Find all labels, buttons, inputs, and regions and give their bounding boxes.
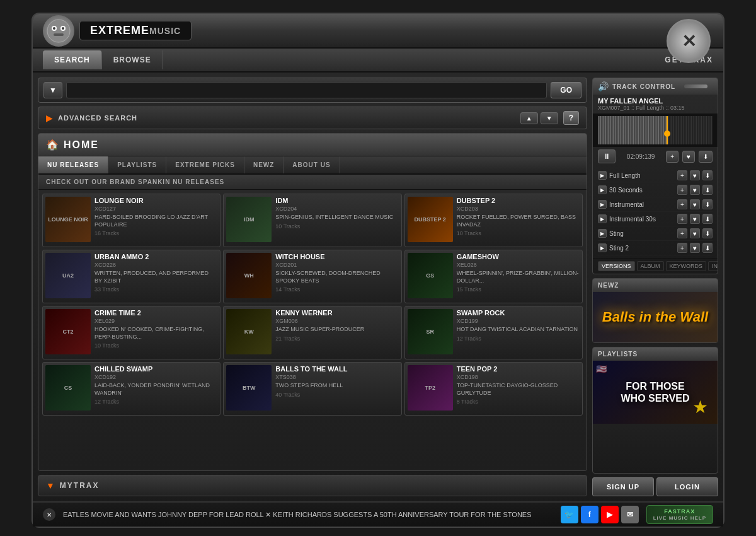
version-download-button[interactable]: ⬇ (702, 199, 713, 209)
version-play-button[interactable]: ▶ (598, 214, 607, 223)
album-card[interactable]: GS GAMESHOW XEL026 WHEEL-SPINNIN', PRIZE… (404, 250, 583, 303)
album-card[interactable]: CT2 CRIME TIME 2 XEL029 HOOKED N' COOKED… (42, 306, 220, 359)
sub-tabs: NU RELEASES PLAYLISTS EXTREME PICKS NEWZ… (38, 156, 587, 175)
left-panel: ▼ GO ▶ ADVANCED SEARCH ▲ ▼ ? 🏠 HOME (38, 78, 587, 496)
album-info: GAMESHOW XEL026 WHEEL-SPINNIN', PRIZE-GR… (457, 253, 580, 293)
version-play-button[interactable]: ▶ (598, 229, 607, 238)
waveform-container[interactable] (593, 114, 718, 147)
advanced-search-up-button[interactable]: ▲ (520, 112, 538, 124)
album-card[interactable]: BTW BALLS TO THE WALL XTS038 TWO STEPS F… (223, 362, 401, 416)
vtab-album[interactable]: ALBUM (637, 261, 664, 271)
home-panel: 🏠 HOME NU RELEASES PLAYLISTS EXTREME PIC… (38, 133, 587, 471)
album-track-count: 16 Tracks (94, 230, 217, 236)
facebook-icon[interactable]: f (581, 506, 598, 523)
album-card[interactable]: CS CHILLED SWAMP XCD192 LAID-BACK, YONDE… (42, 362, 220, 416)
version-play-button[interactable]: ▶ (598, 200, 607, 209)
album-info: LOUNGE NOIR XCD127 HARD-BOILED BROODING … (94, 197, 217, 236)
newz-section: NEWZ Balls in the Wall (592, 278, 718, 343)
album-cover: LOUNGE NOIR (45, 197, 91, 242)
version-download-button[interactable]: ⬇ (702, 170, 713, 180)
version-add-button[interactable]: + (677, 228, 687, 238)
version-favorite-button[interactable]: ♥ (690, 199, 700, 209)
volume-slider[interactable] (684, 84, 707, 88)
album-card[interactable]: KW KENNY WERNER XGM006 JAZZ MUSIC SUPER-… (223, 306, 401, 359)
time-display: 02:09:139 (619, 153, 662, 160)
version-add-button[interactable]: + (677, 243, 687, 253)
fastrax-button[interactable]: FASTRAXLIVE MUSIC HELP (646, 505, 713, 524)
main-nav: SEARCH BROWSE GET TRAX (33, 49, 723, 73)
sub-tab-extreme-picks[interactable]: EXTREME PICKS (166, 156, 244, 173)
sub-tab-playlists[interactable]: PLAYLISTS (108, 156, 166, 173)
version-add-button[interactable]: + (677, 185, 687, 195)
version-favorite-button[interactable]: ♥ (690, 214, 700, 224)
album-code: XCD127 (94, 206, 217, 212)
sub-tab-nu-releases[interactable]: NU RELEASES (38, 156, 108, 173)
go-button[interactable]: GO (551, 82, 581, 98)
main-layout: ▼ GO ▶ ADVANCED SEARCH ▲ ▼ ? 🏠 HOME (33, 73, 723, 501)
album-info: IDM XCD204 SPIN-GENIUS, INTELLIGENT DANC… (275, 197, 398, 230)
playback-controls: ⏸ 02:09:139 + ♥ ⬇ (593, 147, 718, 166)
signup-button[interactable]: SIGN UP (592, 477, 654, 496)
version-download-button[interactable]: ⬇ (702, 243, 713, 253)
version-add-button[interactable]: + (677, 199, 687, 209)
version-download-button[interactable]: ⬇ (702, 214, 713, 224)
version-download-button[interactable]: ⬇ (702, 185, 713, 195)
robot-left-icon (43, 15, 74, 47)
album-description: TOP-TUNETASTIC DAYGIO-GLOSSED GURLYTUDE (457, 382, 580, 397)
sub-tab-about-us[interactable]: ABOUT US (284, 156, 340, 173)
advanced-search-controls: ▲ ▼ (520, 112, 558, 124)
tab-search[interactable]: SEARCH (43, 50, 102, 69)
waveform[interactable] (598, 116, 713, 144)
version-play-button[interactable]: ▶ (598, 171, 607, 180)
download-button[interactable]: ⬇ (699, 151, 713, 163)
home-title: HOME (64, 139, 99, 151)
youtube-icon[interactable]: ▶ (601, 506, 619, 523)
vtab-info[interactable]: INFO (708, 261, 718, 271)
help-button[interactable]: ? (563, 111, 579, 125)
album-card[interactable]: IDM IDM XCD204 SPIN-GENIUS, INTELLIGENT … (223, 194, 401, 247)
twitter-icon[interactable]: 🐦 (561, 506, 578, 523)
pause-button[interactable]: ⏸ (598, 149, 616, 163)
playlists-header: PLAYLISTS (593, 347, 718, 361)
advanced-search-down-button[interactable]: ▼ (541, 112, 558, 124)
version-play-button[interactable]: ▶ (598, 185, 607, 194)
album-name: DUBSTEP 2 (457, 197, 580, 204)
search-dropdown-button[interactable]: ▼ (43, 82, 62, 98)
album-info: BALLS TO THE WALL XTS038 TWO STEPS FROM … (275, 365, 398, 398)
version-add-button[interactable]: + (677, 214, 687, 224)
album-card[interactable]: WH WITCH HOUSE XCD201 SICKLY-SCREWED, DO… (223, 250, 401, 303)
newz-image[interactable]: Balls in the Wall (593, 292, 718, 342)
album-card[interactable]: SR SWAMP ROCK XCD199 HOT DANG TWISTICAL … (404, 306, 583, 359)
search-input[interactable] (66, 82, 547, 98)
version-item: ▶ Instrumental 30s + ♥ ⬇ (598, 212, 713, 226)
version-favorite-button[interactable]: ♥ (690, 170, 700, 180)
sub-tab-newz[interactable]: NEWZ (244, 156, 284, 173)
album-description: TWO STEPS FROM HELL (275, 382, 398, 390)
album-cover: UA2 (45, 253, 91, 298)
version-favorite-button[interactable]: ♥ (690, 185, 700, 195)
mytrax-bar[interactable]: ▼ MyTRAX (38, 475, 587, 496)
version-item: ▶ Sting + ♥ ⬇ (598, 226, 713, 241)
favorite-button[interactable]: ♥ (682, 151, 695, 163)
tab-browse[interactable]: BROWSE (102, 50, 163, 69)
album-card[interactable]: LOUNGE NOIR LOUNGE NOIR XCD127 HARD-BOIL… (42, 194, 220, 247)
mail-icon[interactable]: ✉ (621, 506, 639, 523)
version-add-button[interactable]: + (677, 170, 687, 180)
album-card[interactable]: DUBSTEP 2 DUBSTEP 2 XCD203 ROCKET FUELLE… (404, 194, 583, 247)
vtab-keywords[interactable]: KEYWORDS (666, 261, 707, 271)
add-to-playlist-button[interactable]: + (666, 151, 679, 163)
vtab-versions[interactable]: VERSIONS (598, 261, 635, 271)
album-name: URBAN AMMO 2 (94, 253, 217, 260)
album-card[interactable]: UA2 URBAN AMMO 2 XCD226 WRITTEN, PRODUCE… (42, 250, 220, 303)
playlists-image[interactable]: 🇺🇸 FOR THOSEWHO SERVED ★ (593, 361, 718, 424)
svg-rect-5 (54, 33, 64, 36)
album-cover: CS (45, 365, 91, 411)
version-download-button[interactable]: ⬇ (702, 228, 713, 238)
version-favorite-button[interactable]: ♥ (690, 243, 700, 253)
version-play-button[interactable]: ▶ (598, 243, 607, 252)
album-card[interactable]: TP2 TEEN POP 2 XCD198 TOP-TUNETASTIC DAY… (404, 362, 583, 416)
version-favorite-button[interactable]: ♥ (690, 228, 700, 238)
ticker-close-icon[interactable]: ✕ (43, 508, 55, 521)
album-info: URBAN AMMO 2 XCD226 WRITTEN, PRODUCED, A… (94, 253, 217, 293)
login-button[interactable]: LOGIN (656, 477, 718, 496)
